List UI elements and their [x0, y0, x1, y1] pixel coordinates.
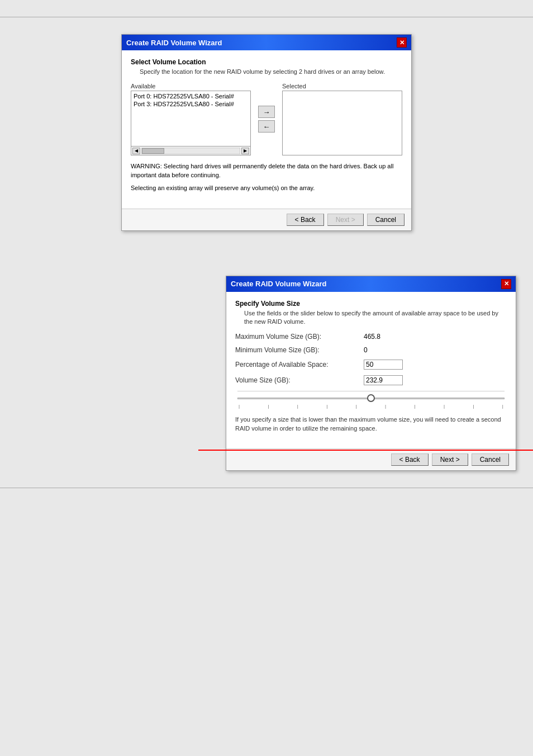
scroll-track — [141, 148, 240, 154]
dialog2-wrapper: Create RAID Volume Wizard ✕ Specify Volu… — [0, 253, 533, 471]
dialog1-section-title: Select Volume Location — [131, 58, 402, 66]
dialog1-back-button[interactable]: < Back — [287, 214, 324, 226]
info-text: If you specify a size that is lower than… — [235, 415, 507, 433]
pct-label: Percentage of Available Space: — [235, 361, 364, 368]
slider-container — [237, 394, 505, 404]
max-size-label: Maximum Volume Size (GB): — [235, 333, 364, 341]
page-wrapper: Create RAID Volume Wizard ✕ Select Volum… — [0, 0, 533, 756]
dialog1-footer: < Back Next > Cancel — [122, 209, 411, 230]
vol-size-label: Volume Size (GB): — [235, 376, 364, 384]
available-item-0[interactable]: Port 0: HDS722525VLSA80 - Serial# — [132, 92, 249, 100]
dialog1-wrapper: Create RAID Volume Wizard ✕ Select Volum… — [0, 34, 533, 231]
pct-input[interactable] — [364, 360, 403, 370]
dialog1-section-desc: Specify the location for the new RAID vo… — [140, 68, 402, 76]
panels-row: Available Port 0: HDS722525VLSA80 - Seri… — [131, 83, 402, 155]
transfer-buttons: → ← — [256, 106, 277, 133]
dialog2-back-button[interactable]: < Back — [391, 453, 429, 466]
available-item-1[interactable]: Port 3: HDS722525VLSA80 - Serial# — [132, 100, 249, 108]
dialog2-next-button[interactable]: Next > — [432, 453, 468, 466]
move-left-button[interactable]: ← — [258, 120, 275, 133]
dialog1-title: Create RAID Volume Wizard — [126, 39, 222, 47]
warning-text: WARNING: Selecting hard drives will perm… — [131, 162, 402, 179]
slider-wrapper: | | | | | | | | | | — [235, 391, 507, 409]
min-size-row: Minimum Volume Size (GB): 0 — [235, 346, 507, 354]
scroll-thumb[interactable] — [142, 148, 164, 154]
red-line — [198, 450, 533, 451]
dialog2-footer: < Back Next > Cancel — [226, 448, 516, 470]
dialog2-cancel-button[interactable]: Cancel — [472, 453, 509, 466]
available-panel-box[interactable]: Port 0: HDS722525VLSA80 - Serial# Port 3… — [131, 91, 251, 147]
min-size-label: Minimum Volume Size (GB): — [235, 346, 364, 354]
move-right-button[interactable]: → — [258, 106, 275, 118]
scroll-right-button[interactable]: ▶ — [241, 148, 249, 154]
dialog2-body: Specify Volume Size Use the fields or th… — [226, 292, 516, 449]
selected-panel-group: Selected — [282, 83, 402, 155]
scroll-left-button[interactable]: ◀ — [132, 148, 140, 154]
dialog2-title: Create RAID Volume Wizard — [231, 280, 327, 288]
dialog2-titlebar: Create RAID Volume Wizard ✕ — [226, 276, 516, 292]
max-size-value: 465.8 — [364, 333, 380, 341]
top-rule — [0, 17, 533, 17]
vol-size-row: Volume Size (GB): — [235, 375, 507, 385]
available-label: Available — [131, 83, 251, 89]
available-panel-group: Available Port 0: HDS722525VLSA80 - Seri… — [131, 83, 251, 155]
pct-row: Percentage of Available Space: — [235, 360, 507, 370]
available-scrollbar[interactable]: ◀ ▶ — [131, 147, 251, 155]
dialog1-close-button[interactable]: ✕ — [397, 37, 407, 48]
dialog2-section-desc: Use the fields or the slider below to sp… — [244, 309, 507, 327]
dialog1-next-button[interactable]: Next > — [327, 214, 364, 226]
selected-label: Selected — [282, 83, 402, 89]
max-size-row: Maximum Volume Size (GB): 465.8 — [235, 333, 507, 341]
dialog2-close-button[interactable]: ✕ — [501, 279, 511, 289]
dialog1-titlebar: Create RAID Volume Wizard ✕ — [122, 35, 411, 50]
selected-panel-box[interactable] — [282, 91, 402, 155]
bottom-rule — [0, 488, 533, 488]
available-scroll-wrapper: Port 0: HDS722525VLSA80 - Serial# Port 3… — [131, 91, 251, 155]
vol-size-input[interactable] — [364, 375, 403, 385]
dialog2-section-title: Specify Volume Size — [235, 300, 507, 308]
dialog1-body: Select Volume Location Specify the locat… — [122, 50, 411, 209]
dialog1-cancel-button[interactable]: Cancel — [367, 214, 404, 226]
dialog1: Create RAID Volume Wizard ✕ Select Volum… — [121, 34, 412, 231]
preserve-text: Selecting an existing array will preserv… — [131, 184, 402, 192]
slider-thumb[interactable] — [367, 394, 375, 402]
slider-ticks: | | | | | | | | | | — [237, 404, 505, 409]
min-size-value: 0 — [364, 346, 368, 354]
dialog2: Create RAID Volume Wizard ✕ Specify Volu… — [226, 276, 516, 471]
